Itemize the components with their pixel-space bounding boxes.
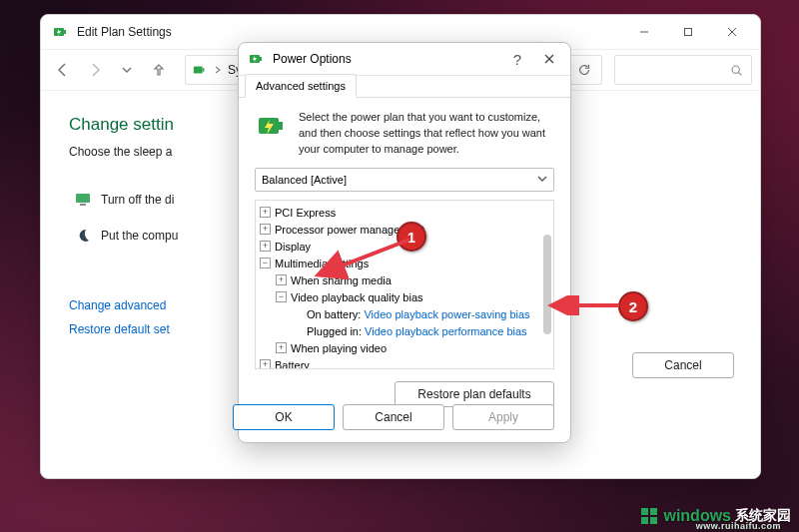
on-battery-label: On battery:	[307, 308, 361, 320]
power-plan-icon	[255, 110, 289, 144]
watermark: windows 系统家园 www.ruihaifu.com	[639, 506, 791, 526]
svg-rect-20	[641, 508, 648, 515]
tree-node-sharing[interactable]: When sharing media	[291, 272, 392, 289]
svg-rect-6	[194, 67, 203, 74]
tree-node-display[interactable]: Display	[275, 239, 311, 256]
svg-rect-22	[641, 517, 648, 524]
svg-line-9	[739, 72, 742, 75]
watermark-url: www.ruihaifu.com	[696, 521, 781, 531]
windows-logo-icon	[639, 506, 659, 526]
expand-icon[interactable]: +	[276, 274, 287, 285]
monitor-icon	[75, 192, 91, 208]
battery-icon	[192, 62, 208, 78]
close-button[interactable]	[534, 44, 564, 74]
on-battery-value[interactable]: Video playback power-saving bias	[364, 308, 529, 320]
sleep-label: Put the compu	[101, 229, 178, 243]
collapse-icon[interactable]: −	[276, 291, 287, 302]
turn-off-display-label: Turn off the di	[101, 193, 174, 207]
svg-rect-21	[650, 508, 657, 515]
forward-button[interactable]	[81, 56, 109, 84]
annotation-badge-2: 2	[618, 291, 648, 321]
tree-node-pci[interactable]: PCI Express	[275, 205, 336, 222]
expand-icon[interactable]: +	[260, 359, 271, 369]
plan-description: Select the power plan that you want to c…	[299, 110, 554, 158]
expand-icon[interactable]: +	[260, 224, 271, 235]
cancel-button[interactable]: Cancel	[343, 404, 444, 430]
tabstrip: Advanced settings	[239, 76, 570, 98]
apply-button[interactable]: Apply	[452, 404, 554, 430]
power-plan-value: Balanced [Active]	[262, 174, 347, 186]
svg-rect-1	[64, 30, 66, 34]
tree-scrollbar[interactable]	[541, 201, 553, 368]
tree-node-battery[interactable]: Battery	[275, 357, 310, 369]
search-icon	[730, 64, 743, 77]
plugged-in-value[interactable]: Video playback performance bias	[365, 325, 526, 337]
svg-rect-23	[650, 517, 657, 524]
svg-rect-17	[279, 122, 283, 130]
svg-point-8	[732, 66, 739, 73]
recent-button[interactable]	[113, 56, 141, 84]
inner-titlebar: Power Options ?	[239, 43, 570, 76]
expand-icon[interactable]: +	[260, 207, 271, 218]
chevron-down-icon	[537, 174, 547, 186]
refresh-button[interactable]	[566, 55, 602, 85]
minimize-button[interactable]	[622, 15, 666, 49]
power-plan-select[interactable]: Balanced [Active]	[255, 168, 554, 192]
expand-icon[interactable]: +	[276, 342, 287, 353]
close-button[interactable]	[710, 15, 754, 49]
svg-rect-10	[76, 194, 90, 203]
svg-rect-3	[685, 29, 692, 36]
expand-icon[interactable]: +	[260, 241, 271, 252]
svg-rect-7	[203, 68, 205, 72]
breadcrumb-chevron-icon	[214, 63, 222, 77]
inner-window-title: Power Options	[273, 52, 502, 66]
tab-advanced-settings[interactable]: Advanced settings	[245, 74, 357, 98]
svg-rect-13	[260, 57, 262, 61]
tree-node-multimedia[interactable]: Multimedia settings	[275, 256, 369, 272]
tree-node-vpqb[interactable]: Video playback quality bias	[291, 289, 423, 306]
help-button[interactable]: ?	[502, 44, 532, 74]
up-button[interactable]	[145, 56, 173, 84]
collapse-icon[interactable]: −	[260, 258, 271, 268]
plugged-in-label: Plugged in:	[307, 325, 362, 337]
search-input[interactable]	[614, 55, 752, 85]
moon-icon	[75, 228, 91, 244]
cancel-button[interactable]: Cancel	[632, 352, 734, 378]
battery-icon	[53, 24, 69, 40]
tree-node-playing-video[interactable]: When playing video	[291, 340, 387, 357]
ok-button[interactable]: OK	[233, 404, 335, 430]
maximize-button[interactable]	[666, 15, 710, 49]
svg-rect-11	[80, 204, 86, 206]
outer-window-title: Edit Plan Settings	[77, 25, 622, 39]
back-button[interactable]	[49, 56, 77, 84]
annotation-badge-1: 1	[397, 222, 426, 252]
battery-icon	[249, 51, 265, 67]
